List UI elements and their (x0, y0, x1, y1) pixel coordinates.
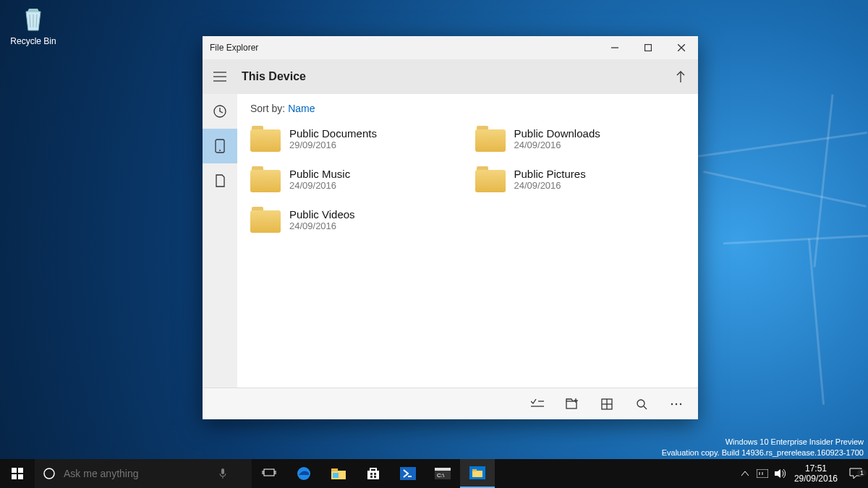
recycle-bin[interactable]: Recycle Bin (6, 4, 61, 46)
svg-rect-38 (333, 473, 339, 478)
grid-icon (601, 398, 613, 410)
svg-rect-33 (262, 471, 264, 474)
svg-point-29 (44, 468, 54, 479)
up-button[interactable] (663, 70, 698, 83)
svg-rect-28 (18, 474, 23, 479)
task-view-icon (262, 468, 276, 479)
cortana-icon (35, 467, 64, 480)
svg-rect-14 (566, 401, 576, 408)
search-button[interactable] (624, 388, 659, 420)
svg-rect-27 (12, 474, 17, 479)
svg-rect-34 (274, 471, 276, 474)
powershell-icon (400, 467, 416, 480)
minimize-button[interactable] (598, 36, 631, 59)
sort-bar: Sort by: Name (250, 103, 685, 114)
device-icon (215, 139, 225, 153)
folder-item[interactable]: Public Downloads24/09/2016 (475, 126, 686, 152)
svg-line-21 (644, 406, 647, 409)
folder-icon (250, 126, 281, 152)
svg-rect-40 (370, 473, 373, 475)
sort-by-link[interactable]: Name (288, 103, 315, 114)
checklist-icon (531, 399, 544, 409)
new-folder-button[interactable] (555, 388, 590, 420)
store-icon (366, 466, 380, 481)
svg-point-22 (671, 403, 673, 404)
mic-icon[interactable] (208, 468, 237, 479)
svg-point-10 (219, 150, 221, 151)
taskbar-app-explorer[interactable] (321, 459, 356, 488)
nav-rail (203, 94, 237, 388)
folder-item[interactable]: Public Documents29/09/2016 (250, 126, 461, 152)
svg-point-24 (680, 403, 681, 404)
select-button[interactable] (520, 388, 555, 420)
search-icon (636, 398, 647, 410)
task-view-button[interactable] (252, 459, 286, 488)
search-box[interactable] (35, 459, 252, 488)
svg-rect-1 (645, 45, 652, 51)
maximize-button[interactable] (631, 36, 665, 59)
view-button[interactable] (590, 388, 624, 420)
folder-item[interactable]: Public Pictures24/09/2016 (475, 166, 686, 192)
more-button[interactable] (659, 388, 694, 420)
folder-item[interactable]: Public Music24/09/2016 (250, 166, 461, 192)
cmd-icon: C:\ (435, 468, 451, 479)
folder-icon (250, 207, 281, 233)
system-tray: 17:51 29/09/2016 1 (736, 459, 868, 488)
svg-rect-50 (472, 469, 477, 471)
svg-point-23 (676, 403, 677, 404)
titlebar[interactable]: File Explorer (203, 36, 698, 59)
taskbar-app-powershell[interactable] (391, 459, 425, 488)
action-center-button[interactable]: 1 (843, 468, 868, 479)
svg-rect-46 (435, 468, 451, 471)
svg-rect-32 (264, 469, 274, 476)
explorer-app-icon (469, 466, 485, 479)
header: This Device (203, 59, 698, 94)
folder-icon (331, 467, 346, 480)
svg-rect-43 (374, 476, 376, 478)
location-title: This Device (237, 70, 306, 83)
sd-card-icon (215, 174, 225, 187)
tray-input-icon[interactable] (754, 469, 771, 478)
taskbar-app-edge[interactable] (286, 459, 321, 488)
content-area: Sort by: Name Public Documents29/09/2016… (237, 94, 698, 388)
folder-icon (475, 166, 506, 192)
svg-marker-54 (775, 469, 780, 478)
folder-icon (475, 126, 506, 152)
hamburger-button[interactable] (203, 72, 237, 82)
clock-icon (213, 105, 226, 118)
close-button[interactable] (665, 36, 698, 59)
recycle-bin-label: Recycle Bin (6, 36, 61, 46)
nav-this-device[interactable] (203, 129, 237, 163)
recycle-bin-icon (19, 4, 48, 33)
edge-icon (296, 466, 312, 481)
taskbar-app-store[interactable] (356, 459, 391, 488)
command-bar (203, 388, 698, 419)
taskbar-app-cmd[interactable]: C:\ (425, 459, 460, 488)
more-icon (671, 402, 682, 406)
svg-point-20 (637, 400, 644, 407)
svg-text:C:\: C:\ (437, 472, 445, 479)
desktop: Recycle Bin Windows 10 Enterprise Inside… (0, 0, 868, 488)
svg-rect-25 (12, 468, 17, 473)
svg-rect-39 (367, 471, 379, 479)
start-button[interactable] (0, 459, 35, 488)
search-input[interactable] (64, 468, 208, 479)
svg-rect-42 (370, 476, 373, 478)
svg-rect-30 (221, 468, 224, 474)
new-folder-icon (566, 398, 579, 410)
tray-chevron[interactable] (736, 471, 754, 476)
taskbar-app-file-explorer-uwp[interactable] (460, 459, 495, 488)
svg-rect-41 (374, 473, 376, 475)
folder-grid: Public Documents29/09/2016 Public Downlo… (250, 126, 685, 233)
taskbar: C:\ 17:51 29/09/2016 1 (0, 459, 868, 488)
folder-item[interactable]: Public Videos24/09/2016 (250, 207, 461, 233)
svg-rect-37 (331, 468, 338, 471)
window-title: File Explorer (203, 43, 258, 53)
tray-volume-icon[interactable] (771, 468, 788, 479)
nav-recent[interactable] (203, 94, 237, 129)
nav-removable[interactable] (203, 163, 237, 198)
taskbar-clock[interactable]: 17:51 29/09/2016 (788, 463, 843, 484)
folder-icon (250, 166, 281, 192)
svg-rect-49 (472, 471, 482, 477)
watermark: Windows 10 Enterprise Insider Preview Ev… (662, 437, 864, 458)
